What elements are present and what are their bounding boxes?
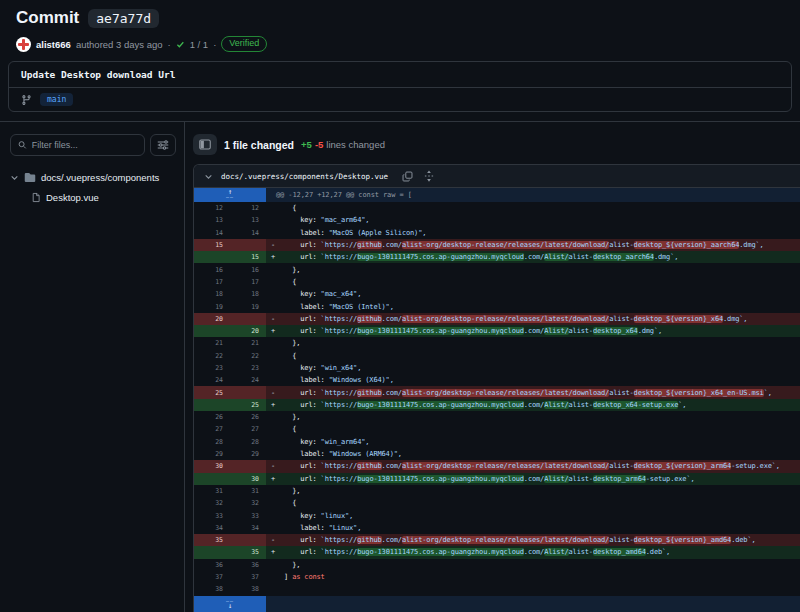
expand-down-button[interactable]: ┄┄↓ bbox=[194, 596, 266, 612]
old-line-number[interactable]: 24 bbox=[194, 374, 230, 386]
old-line-number[interactable] bbox=[194, 399, 230, 411]
code-line: url: `https://github.com/alist-org/deskt… bbox=[284, 460, 800, 472]
old-line-number[interactable]: 35 bbox=[194, 534, 230, 546]
new-line-number[interactable]: 20 bbox=[230, 325, 266, 337]
checks-status[interactable] bbox=[176, 40, 185, 49]
new-line-number[interactable]: 34 bbox=[230, 522, 266, 534]
code-segment: `https:// bbox=[321, 253, 358, 261]
old-line-number[interactable]: 21 bbox=[194, 337, 230, 349]
unfold-icon[interactable] bbox=[424, 170, 434, 182]
code-segment: "mac_x64", bbox=[321, 290, 362, 298]
new-line-number[interactable]: 12 bbox=[230, 202, 266, 214]
new-line-number[interactable] bbox=[230, 313, 266, 325]
tree-folder-row[interactable]: docs/.vuepress/components bbox=[10, 167, 176, 187]
diff-marker bbox=[266, 583, 284, 595]
diff-word-highlight: desktop_${version}_arm64 bbox=[634, 462, 732, 470]
old-line-number[interactable]: 20 bbox=[194, 313, 230, 325]
verified-badge[interactable]: Verified bbox=[221, 36, 267, 52]
new-line-number[interactable]: 15 bbox=[230, 251, 266, 263]
old-line-number[interactable]: 28 bbox=[194, 436, 230, 448]
code-segment: "mac_arm64", bbox=[321, 216, 370, 224]
new-line-number[interactable]: 37 bbox=[230, 571, 266, 583]
new-line-number[interactable]: 38 bbox=[230, 583, 266, 595]
chevron-down-icon[interactable] bbox=[204, 172, 213, 181]
new-line-number[interactable] bbox=[230, 386, 266, 398]
tree-file-row[interactable]: Desktop.vue bbox=[10, 187, 176, 207]
diff-word-highlight: bugo-1301111475.cos.ap-guangzhou.myqclou… bbox=[357, 327, 524, 335]
new-line-number[interactable]: 14 bbox=[230, 227, 266, 239]
new-line-number[interactable]: 32 bbox=[230, 497, 266, 509]
new-line-number[interactable]: 27 bbox=[230, 423, 266, 435]
commit-header: Commit ae7a77d alist666 authored 3 days … bbox=[0, 0, 800, 112]
code-line: label: "Windows (X64)", bbox=[284, 374, 800, 386]
author-link[interactable]: alist666 bbox=[36, 39, 71, 50]
diff-marker bbox=[266, 522, 284, 534]
tree-options-button[interactable] bbox=[150, 134, 176, 156]
old-line-number[interactable]: 22 bbox=[194, 350, 230, 362]
old-line-number[interactable] bbox=[194, 546, 230, 558]
toggle-file-tree-button[interactable] bbox=[193, 134, 217, 155]
new-line-number[interactable]: 13 bbox=[230, 214, 266, 226]
old-line-number[interactable]: 38 bbox=[194, 583, 230, 595]
new-line-number[interactable] bbox=[230, 239, 266, 251]
diff-marker bbox=[266, 374, 284, 386]
old-line-number[interactable]: 34 bbox=[194, 522, 230, 534]
filter-files-input[interactable] bbox=[32, 140, 137, 150]
new-line-number[interactable] bbox=[230, 460, 266, 472]
diff-row: 2121 }, bbox=[194, 337, 800, 349]
old-line-number[interactable]: 18 bbox=[194, 288, 230, 300]
old-line-number[interactable]: 29 bbox=[194, 448, 230, 460]
old-line-number[interactable] bbox=[194, 325, 230, 337]
branch-label[interactable]: main bbox=[40, 93, 73, 106]
old-line-number[interactable]: 33 bbox=[194, 509, 230, 521]
new-line-number[interactable]: 36 bbox=[230, 559, 266, 571]
old-line-number[interactable]: 23 bbox=[194, 362, 230, 374]
old-line-number[interactable]: 17 bbox=[194, 276, 230, 288]
new-line-number[interactable]: 23 bbox=[230, 362, 266, 374]
new-line-number[interactable]: 25 bbox=[230, 399, 266, 411]
old-line-number[interactable]: 19 bbox=[194, 300, 230, 312]
old-line-number[interactable]: 27 bbox=[194, 423, 230, 435]
old-line-number[interactable]: 36 bbox=[194, 559, 230, 571]
old-line-number[interactable]: 26 bbox=[194, 411, 230, 423]
new-line-number[interactable]: 18 bbox=[230, 288, 266, 300]
new-line-number[interactable]: 35 bbox=[230, 546, 266, 558]
avatar[interactable] bbox=[16, 37, 31, 52]
file-path[interactable]: docs/.vuepress/components/Desktop.vue bbox=[221, 172, 388, 181]
old-line-number[interactable]: 25 bbox=[194, 386, 230, 398]
code-line: { bbox=[284, 202, 800, 214]
diff-word-highlight: desktop_${version}_x64 bbox=[634, 315, 723, 323]
old-line-number[interactable]: 32 bbox=[194, 497, 230, 509]
new-line-number[interactable]: 24 bbox=[230, 374, 266, 386]
diff-word-highlight: desktop_x64 bbox=[593, 327, 638, 335]
new-line-number[interactable]: 16 bbox=[230, 263, 266, 275]
new-line-number[interactable]: 17 bbox=[230, 276, 266, 288]
old-line-number[interactable]: 16 bbox=[194, 263, 230, 275]
new-line-number[interactable]: 21 bbox=[230, 337, 266, 349]
old-line-number[interactable]: 15 bbox=[194, 239, 230, 251]
new-line-number[interactable] bbox=[230, 534, 266, 546]
diff-marker bbox=[266, 227, 284, 239]
checks-count[interactable]: 1 / 1 bbox=[190, 39, 209, 50]
new-line-number[interactable]: 31 bbox=[230, 485, 266, 497]
old-line-number[interactable]: 14 bbox=[194, 227, 230, 239]
old-line-number[interactable]: 12 bbox=[194, 202, 230, 214]
old-line-number[interactable]: 13 bbox=[194, 214, 230, 226]
old-line-number[interactable]: 37 bbox=[194, 571, 230, 583]
file-diff-header: docs/.vuepress/components/Desktop.vue bbox=[194, 165, 800, 188]
new-line-number[interactable]: 26 bbox=[230, 411, 266, 423]
new-line-number[interactable]: 33 bbox=[230, 509, 266, 521]
copy-icon[interactable] bbox=[402, 171, 413, 182]
new-line-number[interactable]: 22 bbox=[230, 350, 266, 362]
old-line-number[interactable] bbox=[194, 251, 230, 263]
new-line-number[interactable]: 19 bbox=[230, 300, 266, 312]
old-line-number[interactable]: 31 bbox=[194, 485, 230, 497]
new-line-number[interactable]: 29 bbox=[230, 448, 266, 460]
diff-row: 1616 }, bbox=[194, 263, 800, 275]
new-line-number[interactable]: 28 bbox=[230, 436, 266, 448]
old-line-number[interactable]: 30 bbox=[194, 460, 230, 472]
expand-up-button[interactable]: ↑┄┄ bbox=[194, 188, 266, 202]
old-line-number[interactable] bbox=[194, 473, 230, 485]
new-line-number[interactable]: 30 bbox=[230, 473, 266, 485]
code-segment: }, bbox=[284, 266, 300, 274]
